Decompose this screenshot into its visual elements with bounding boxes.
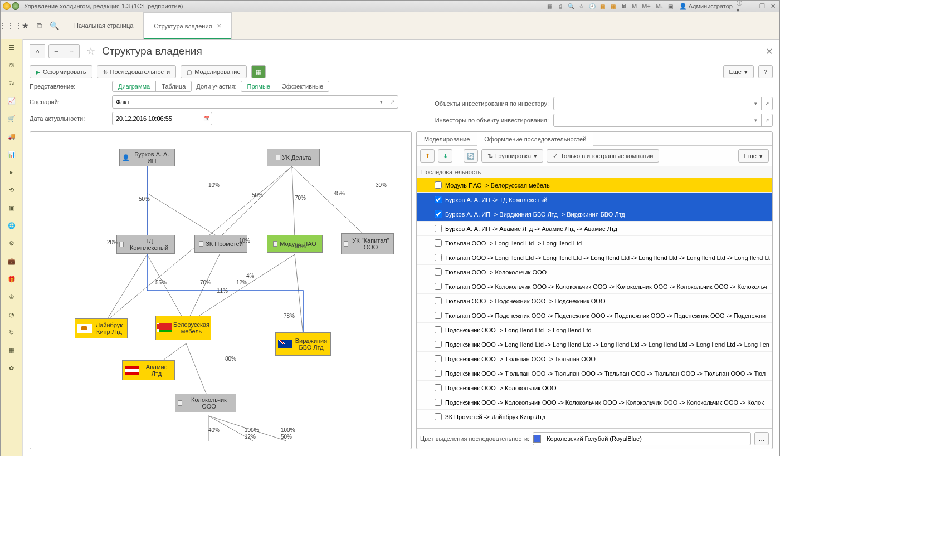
color-pick-button[interactable]: …: [754, 432, 769, 445]
sequence-checkbox[interactable]: [435, 399, 442, 406]
rail-icon-18[interactable]: ▦: [7, 345, 17, 355]
help-button[interactable]: ?: [758, 65, 773, 78]
sequence-row[interactable]: Подснежник ООО -> Тюльпан ООО -> Тюльпан…: [417, 366, 772, 381]
sequence-checkbox[interactable]: [435, 355, 442, 362]
node-burkov[interactable]: 👤 Бурков А. А. ИП: [119, 149, 175, 166]
tab-home[interactable]: Начальная страница: [64, 12, 143, 39]
modeling-button[interactable]: ▢Моделирование: [181, 65, 246, 78]
sequence-row[interactable]: Тюльпан ООО -> Колокольчик ООО -> Колоко…: [417, 279, 772, 294]
fav-icon[interactable]: ★: [20, 20, 31, 31]
date-input[interactable]: 📅: [112, 112, 212, 125]
foreign-button[interactable]: ✓ Только в иностранные компании: [547, 149, 659, 163]
page-close-button[interactable]: ✕: [766, 46, 773, 57]
objects-input[interactable]: ▾↗: [553, 97, 773, 110]
right-more-button[interactable]: Еще ▾: [738, 149, 769, 163]
shares-direct-option[interactable]: Прямые: [241, 81, 275, 91]
scenario-dropdown-icon[interactable]: ▾: [376, 96, 387, 108]
mminus-button[interactable]: M-: [654, 3, 665, 9]
form-button[interactable]: ▶Сформировать: [30, 65, 92, 78]
shares-eff-option[interactable]: Эффективные: [276, 81, 329, 91]
rail-icon-6[interactable]: 🚚: [7, 131, 17, 141]
sequence-list[interactable]: Последовательность Модуль ПАО -> Белорус…: [417, 166, 772, 428]
sequence-checkbox[interactable]: [435, 370, 442, 377]
rail-icon-17[interactable]: ↻: [7, 327, 17, 337]
tb-icon-5[interactable]: 🕘: [588, 2, 597, 11]
scenario-input[interactable]: ▾↗: [112, 95, 398, 109]
sequence-row[interactable]: Подснежник ООО -> Long Ilend Ltd -> Long…: [417, 337, 772, 352]
sequence-row[interactable]: Тюльпан ООО -> Long Ilend Ltd -> Long Il…: [417, 236, 772, 250]
sequence-row[interactable]: Бурков А. А. ИП -> Авамис Лтд -> Авамис …: [417, 222, 772, 236]
node-virgin[interactable]: Вирджиния БВО Лтд: [275, 332, 331, 356]
apps-icon[interactable]: ⋮⋮⋮: [5, 20, 16, 31]
sequence-checkbox[interactable]: [435, 254, 442, 261]
restore-button[interactable]: ❐: [758, 2, 767, 11]
sequence-row[interactable]: Подснежник ООО -> Long Ilend Ltd -> Long…: [417, 323, 772, 337]
investors-open-icon[interactable]: ↗: [761, 114, 772, 126]
rail-icon-12[interactable]: ⚙: [7, 238, 17, 248]
rail-icon-7[interactable]: 📊: [7, 149, 17, 159]
sequence-row[interactable]: Тюльпан ООО -> Подснежник ООО -> Подснеж…: [417, 294, 772, 308]
tab-structure[interactable]: Структура владения✕: [143, 12, 231, 39]
tb-icon-9[interactable]: ▣: [666, 2, 675, 11]
sequence-checkbox[interactable]: [435, 268, 442, 276]
rail-settings-icon[interactable]: ✿: [7, 363, 17, 373]
sequence-checkbox[interactable]: [435, 225, 442, 232]
star-icon[interactable]: ☆: [577, 2, 586, 11]
rtab-modeling[interactable]: Моделирование: [417, 132, 477, 146]
node-lainbruk[interactable]: Лайнбрук Кипр Лтд: [75, 318, 128, 338]
print-icon[interactable]: ⎙: [556, 2, 565, 11]
diagram-canvas[interactable]: 👤 Бурков А. А. ИП УК Дельта ТД Комплексн…: [30, 131, 412, 449]
investors-input[interactable]: ▾↗: [553, 114, 773, 127]
scenario-open-icon[interactable]: ↗: [387, 96, 398, 108]
sequence-checkbox[interactable]: [435, 210, 442, 218]
sequence-row[interactable]: Подснежник ООО -> Колокольчик ООО -> Кол…: [417, 395, 772, 410]
tb-icon-1[interactable]: ▦: [545, 2, 554, 11]
rail-icon-5[interactable]: 🛒: [7, 114, 17, 124]
tb-icon-7[interactable]: ▦: [609, 2, 618, 11]
rail-icon-4[interactable]: 📈: [7, 96, 17, 106]
sequence-checkbox[interactable]: [435, 196, 442, 203]
node-belmeb[interactable]: Белорусская мебель: [155, 316, 211, 340]
rail-icon-8[interactable]: ▸: [7, 167, 17, 177]
sequence-checkbox[interactable]: [435, 312, 442, 319]
tab-close-icon[interactable]: ✕: [217, 23, 221, 29]
rail-icon-10[interactable]: ▣: [7, 203, 17, 213]
back-button[interactable]: ←: [48, 44, 64, 58]
rail-icon-11[interactable]: 🌐: [7, 220, 17, 230]
rail-icon-2[interactable]: ⚖: [7, 60, 17, 70]
sequence-row[interactable]: Бурков А. А. ИП -> ТД Комплексный: [417, 193, 772, 207]
node-avamis[interactable]: Авамис Лтд: [122, 360, 175, 380]
rail-icon-16[interactable]: ◔: [7, 310, 17, 320]
fwd-button[interactable]: →: [64, 44, 80, 58]
calendar-icon[interactable]: 📅: [201, 112, 212, 125]
down-button[interactable]: ⬇: [438, 149, 452, 163]
sequence-row[interactable]: ЗК Прометей -> Белорусская мебель: [417, 424, 772, 428]
sequence-checkbox[interactable]: [435, 283, 442, 290]
info-icon[interactable]: ⓘ ▾: [737, 2, 745, 11]
rtab-sequences[interactable]: Оформление последовательностей: [477, 132, 593, 146]
tb-icon-6[interactable]: ▦: [598, 2, 607, 11]
history-icon[interactable]: ⧉: [34, 20, 45, 31]
up-button[interactable]: ⬆: [420, 149, 435, 163]
sequence-row[interactable]: Модуль ПАО -> Белорусская мебель: [417, 178, 772, 193]
sequence-row[interactable]: Бурков А. А. ИП -> Вирджиния БВО Лтд -> …: [417, 207, 772, 222]
home-button[interactable]: ⌂: [30, 44, 45, 58]
page-star-icon[interactable]: ☆: [86, 45, 95, 57]
search-icon[interactable]: 🔍: [48, 20, 60, 31]
view-diagram-option[interactable]: Диаграмма: [113, 81, 155, 91]
user-label[interactable]: 👤 Администратор: [677, 3, 735, 10]
investors-dropdown-icon[interactable]: ▾: [750, 114, 761, 126]
sequence-checkbox[interactable]: [435, 341, 442, 348]
sequence-row[interactable]: Тюльпан ООО -> Long Ilend Ltd -> Long Il…: [417, 250, 772, 265]
refresh-button[interactable]: 🔄: [464, 149, 478, 163]
more-button[interactable]: Еще ▾: [723, 65, 754, 78]
sequence-checkbox[interactable]: [435, 181, 442, 189]
picture-button[interactable]: ▦: [251, 65, 266, 78]
node-tdk[interactable]: ТД Комплексный: [116, 235, 175, 254]
rail-icon-9[interactable]: ⟲: [7, 185, 17, 195]
rail-icon-3[interactable]: 🗂: [7, 78, 17, 88]
sequence-row[interactable]: Подснежник ООО -> Колокольчик ООО: [417, 381, 772, 395]
objects-dropdown-icon[interactable]: ▾: [750, 97, 761, 110]
sequence-checkbox[interactable]: [435, 239, 442, 247]
minimize-button[interactable]: —: [747, 2, 756, 11]
